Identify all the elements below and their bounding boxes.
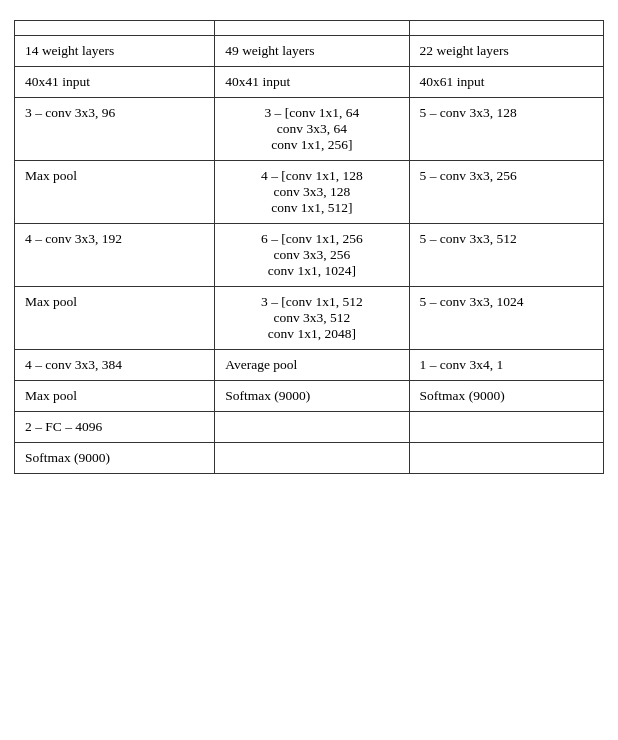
cell-col2-row0: 49 weight layers bbox=[215, 36, 409, 67]
table-wrapper: 14 weight layers49 weight layers22 weigh… bbox=[14, 20, 604, 474]
cell-col1-row0: 14 weight layers bbox=[15, 36, 215, 67]
cell-col2-row8 bbox=[215, 412, 409, 443]
cell-col3-row6: 1 – conv 3x4, 1 bbox=[409, 350, 603, 381]
cell-col1-row9: Softmax (9000) bbox=[15, 443, 215, 474]
comparison-table: 14 weight layers49 weight layers22 weigh… bbox=[14, 20, 604, 474]
cell-col3-row1: 40x61 input bbox=[409, 67, 603, 98]
table-row: Softmax (9000) bbox=[15, 443, 604, 474]
cell-col2-row2: 3 – [conv 1x1, 64conv 3x3, 64conv 1x1, 2… bbox=[215, 98, 409, 161]
header-lace bbox=[409, 21, 603, 36]
cell-col3-row7: Softmax (9000) bbox=[409, 381, 603, 412]
table-row: 40x41 input40x41 input40x61 input bbox=[15, 67, 604, 98]
table-row: Max pool3 – [conv 1x1, 512conv 3x3, 512c… bbox=[15, 287, 604, 350]
cell-col1-row6: 4 – conv 3x3, 384 bbox=[15, 350, 215, 381]
cell-col1-row3: Max pool bbox=[15, 161, 215, 224]
cell-col3-row9 bbox=[409, 443, 603, 474]
table-row: 2 – FC – 4096 bbox=[15, 412, 604, 443]
table-row: 4 – conv 3x3, 1926 – [conv 1x1, 256conv … bbox=[15, 224, 604, 287]
table-row: 14 weight layers49 weight layers22 weigh… bbox=[15, 36, 604, 67]
cell-col3-row8 bbox=[409, 412, 603, 443]
table-row: Max poolSoftmax (9000)Softmax (9000) bbox=[15, 381, 604, 412]
cell-col1-row4: 4 – conv 3x3, 192 bbox=[15, 224, 215, 287]
cell-col1-row7: Max pool bbox=[15, 381, 215, 412]
cell-col2-row6: Average pool bbox=[215, 350, 409, 381]
cell-col3-row5: 5 – conv 3x3, 1024 bbox=[409, 287, 603, 350]
table-row: Max pool4 – [conv 1x1, 128conv 3x3, 128c… bbox=[15, 161, 604, 224]
cell-col3-row2: 5 – conv 3x3, 128 bbox=[409, 98, 603, 161]
cell-col3-row3: 5 – conv 3x3, 256 bbox=[409, 161, 603, 224]
cell-col1-row8: 2 – FC – 4096 bbox=[15, 412, 215, 443]
cell-col3-row0: 22 weight layers bbox=[409, 36, 603, 67]
cell-col2-row3: 4 – [conv 1x1, 128conv 3x3, 128conv 1x1,… bbox=[215, 161, 409, 224]
table-row: 4 – conv 3x3, 384Average pool1 – conv 3x… bbox=[15, 350, 604, 381]
cell-col1-row2: 3 – conv 3x3, 96 bbox=[15, 98, 215, 161]
header-resnet bbox=[215, 21, 409, 36]
cell-col2-row5: 3 – [conv 1x1, 512conv 3x3, 512conv 1x1,… bbox=[215, 287, 409, 350]
cell-col2-row4: 6 – [conv 1x1, 256conv 3x3, 256conv 1x1,… bbox=[215, 224, 409, 287]
header-vgg bbox=[15, 21, 215, 36]
table-row: 3 – conv 3x3, 963 – [conv 1x1, 64conv 3x… bbox=[15, 98, 604, 161]
cell-col2-row9 bbox=[215, 443, 409, 474]
cell-col1-row5: Max pool bbox=[15, 287, 215, 350]
cell-col3-row4: 5 – conv 3x3, 512 bbox=[409, 224, 603, 287]
cell-col2-row1: 40x41 input bbox=[215, 67, 409, 98]
cell-col1-row1: 40x41 input bbox=[15, 67, 215, 98]
cell-col2-row7: Softmax (9000) bbox=[215, 381, 409, 412]
